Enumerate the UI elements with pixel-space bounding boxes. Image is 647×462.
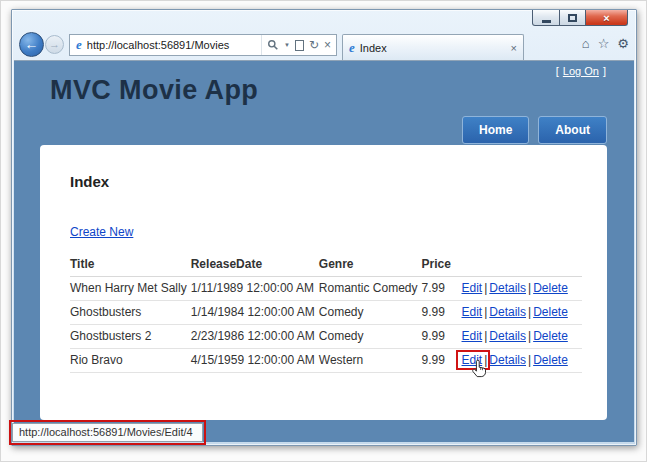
cell-actions: Edit|Details|Delete [462,277,582,301]
cell-title: When Harry Met Sally [70,277,191,301]
table-header-row: Title ReleaseDate Genre Price [70,253,582,277]
tab-title: Index [360,42,506,54]
edit-link[interactable]: Edit [462,353,483,367]
col-actions [462,253,582,277]
cell-actions: Edit|Details|Delete [462,325,582,349]
action-separator: | [528,329,531,343]
nav-home-button[interactable]: Home [462,116,529,144]
edit-link[interactable]: Edit [462,305,483,319]
maximize-icon [568,14,577,22]
cell-actions: Edit |Details|Delete [462,349,582,373]
cell-genre: Comedy [319,325,422,349]
delete-link[interactable]: Delete [533,329,568,343]
ie-window: × ← → e http://localhost:56891/Movies [11,9,637,446]
action-separator: | [484,353,487,367]
col-release: ReleaseDate [191,253,319,277]
col-genre: Genre [319,253,422,277]
col-title: Title [70,253,191,277]
annotation-red-box: http://localhost:56891/Movies/Edit/4 [9,420,206,445]
main-content: Index Create New Title ReleaseDate Genre… [40,145,607,420]
maximize-button[interactable] [560,10,586,26]
app-title: MVC Movie App [50,75,258,106]
settings-gear-icon[interactable]: ⚙ [617,36,629,51]
col-price: Price [422,253,462,277]
favorites-star-icon[interactable]: ☆ [598,36,610,51]
status-tooltip-area: http://localhost:56891/Movies/Edit/4 [9,420,206,445]
table-row: When Harry Met Sally 1/11/1989 12:00:00 … [70,277,582,301]
browser-toolbar-icons: ⌂ ☆ ⚙ [582,36,629,51]
action-separator: | [528,281,531,295]
action-separator: | [484,281,487,295]
refresh-icon[interactable]: ↻ [309,39,319,51]
delete-link[interactable]: Delete [533,353,568,367]
logon-bracket-close: ] [603,65,606,77]
cell-price: 9.99 [422,325,462,349]
forward-arrow-icon: → [49,38,60,50]
delete-link[interactable]: Delete [533,281,568,295]
screenshot-frame: × ← → e http://localhost:56891/Movies [0,0,647,462]
compatibility-view-icon[interactable] [295,40,304,51]
cell-price: 9.99 [422,349,462,373]
log-on-link[interactable]: [Log On] [556,65,606,77]
cell-release: 1/14/1984 12:00:00 AM [191,301,319,325]
create-new-link[interactable]: Create New [70,225,133,239]
cell-release: 1/11/1989 12:00:00 AM [191,277,319,301]
delete-link[interactable]: Delete [533,305,568,319]
logon-label[interactable]: Log On [563,65,599,77]
browser-tab-index[interactable]: e Index × [342,34,524,60]
stop-icon[interactable]: × [324,39,331,51]
details-link[interactable]: Details [489,305,526,319]
cell-title: Ghostbusters 2 [70,325,191,349]
cell-release: 2/23/1986 12:00:00 AM [191,325,319,349]
status-url-tooltip: http://localhost:56891/Movies/Edit/4 [12,423,203,442]
action-separator: | [484,305,487,319]
cell-genre: Romantic Comedy [319,277,422,301]
action-separator: | [528,305,531,319]
home-icon[interactable]: ⌂ [582,36,590,51]
cell-title: Rio Bravo [70,349,191,373]
address-bar[interactable]: e http://localhost:56891/Movies ▼ ↻ × [69,34,337,56]
table-row: Ghostbusters 1/14/1984 12:00:00 AM Comed… [70,301,582,325]
window-controls: × [532,10,628,26]
details-link[interactable]: Details [489,329,526,343]
details-link[interactable]: Details [489,353,526,367]
cell-actions: Edit|Details|Delete [462,301,582,325]
close-window-button[interactable]: × [586,10,628,26]
close-icon: × [603,12,609,24]
nav-about-button[interactable]: About [538,116,607,144]
action-separator: | [528,353,531,367]
action-separator: | [484,329,487,343]
cell-price: 9.99 [422,301,462,325]
cell-genre: Western [319,349,422,373]
tab-close-icon[interactable]: × [511,42,517,54]
back-button[interactable]: ← [19,32,44,57]
address-tools: ▼ ↻ × [261,35,333,55]
tab-favicon-icon: e [349,40,355,56]
title-bar[interactable]: × [12,10,636,30]
edit-link[interactable]: Edit [462,281,483,295]
minimize-button[interactable] [532,10,560,26]
forward-button[interactable]: → [45,35,64,54]
browser-navbar: ← → e http://localhost:56891/Movies ▼ ↻ … [12,30,636,60]
table-row: Ghostbusters 2 2/23/1986 12:00:00 AM Com… [70,325,582,349]
address-url: http://localhost:56891/Movies [87,39,261,51]
cell-price: 7.99 [422,277,462,301]
cell-title: Ghostbusters [70,301,191,325]
search-dropdown-icon[interactable]: ▼ [284,42,290,48]
ie-logo-icon: e [76,37,82,53]
cell-genre: Comedy [319,301,422,325]
page-viewport: [Log On] MVC Movie App Home About Index … [14,60,634,442]
page-title: Index [70,173,109,190]
movies-table: Title ReleaseDate Genre Price When Harry… [70,253,582,373]
edit-link[interactable]: Edit [462,329,483,343]
logon-bracket-open: [ [556,65,559,77]
search-icon[interactable] [267,39,279,51]
details-link[interactable]: Details [489,281,526,295]
highlighted-edit-target: Edit [462,353,483,367]
cell-release: 4/15/1959 12:00:00 AM [191,349,319,373]
site-menu: Home About [462,116,607,144]
back-arrow-icon: ← [25,36,39,52]
table-row: Rio Bravo 4/15/1959 12:00:00 AM Western … [70,349,582,373]
minimize-icon [542,20,551,23]
